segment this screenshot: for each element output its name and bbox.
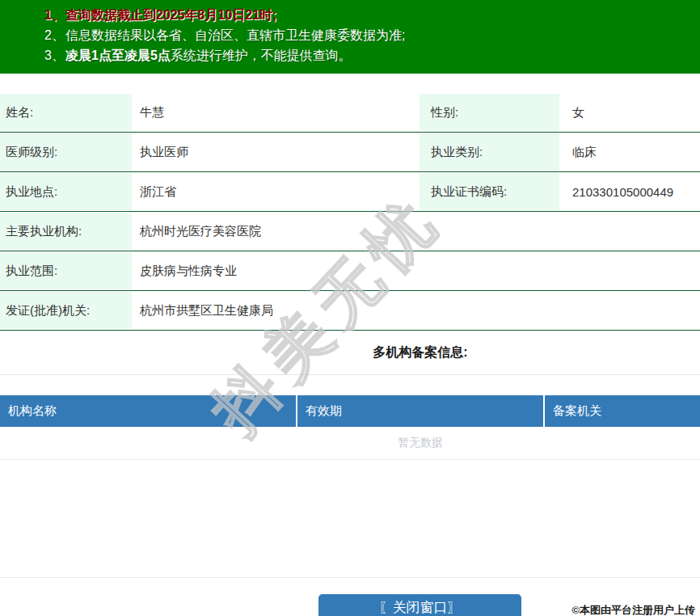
notice-1-prefix: 查询数据截止到	[65, 8, 156, 22]
field-value-practice-location: 浙江省	[132, 172, 420, 211]
notice-line-2: 2、信息数据结果以各省、自治区、直辖市卫生健康委数据为准;	[44, 25, 700, 45]
notice-3-text: 系统进行维护，不能提供查询。	[171, 49, 352, 62]
records-table-header: 机构名称 有效期 备案机关	[0, 395, 700, 427]
field-label-doctor-level: 医师级别:	[0, 133, 132, 171]
field-value-certificate-number: 210330105000449	[559, 172, 700, 211]
field-label-gender: 性别:	[420, 94, 559, 131]
field-label-name: 姓名:	[0, 94, 132, 131]
field-label-certificate-number: 执业证书编码:	[420, 173, 559, 210]
field-value-name: 牛慧	[132, 93, 420, 132]
query-result-page: 1、查询数据截止到2025年8月10日21时; 2、信息数据结果以各省、自治区、…	[0, 0, 700, 616]
column-header-institution-name: 机构名称	[0, 395, 296, 427]
field-value-issuing-authority: 杭州市拱墅区卫生健康局	[132, 291, 700, 330]
field-value-practice-category: 临床	[559, 133, 700, 171]
notice-line-1: 1、查询数据截止到2025年8月10日21时;	[44, 5, 700, 25]
multi-institution-section-header: 多机构备案信息:	[0, 331, 700, 375]
doctor-detail-table: 姓名: 牛慧 性别: 女 医师级别: 执业医师 执业类别: 临床 执业地点: 浙…	[0, 93, 700, 331]
field-value-practice-scope: 皮肤病与性病专业	[132, 251, 700, 290]
field-value-doctor-level: 执业医师	[132, 133, 420, 171]
field-value-main-institution: 杭州时光医疗美容医院	[132, 212, 700, 251]
notice-2-text: 信息数据结果以各省、自治区、直辖市卫生健康委数据为准;	[65, 28, 405, 42]
notice-number-3: 3、	[44, 45, 65, 65]
field-label-practice-scope: 执业范围:	[0, 252, 132, 289]
column-header-validity-period: 有效期	[297, 395, 543, 427]
notice-line-3: 3、凌晨1点至凌晨5点系统进行维护，不能提供查询。	[44, 45, 700, 65]
table-row: 执业地点: 浙江省 执业证书编码: 210330105000449	[0, 172, 700, 212]
records-empty-state: 暂无数据	[0, 427, 700, 460]
notice-banner: 1、查询数据截止到2025年8月10日21时; 2、信息数据结果以各省、自治区、…	[0, 0, 700, 74]
notice-1-suffix: ;	[272, 8, 276, 22]
field-value-gender: 女	[559, 93, 700, 132]
notice-number-1: 1、	[44, 5, 65, 25]
page-content: 1、查询数据截止到2025年8月10日21时; 2、信息数据结果以各省、自治区、…	[0, 0, 700, 460]
table-row: 主要执业机构: 杭州时光医疗美容医院	[0, 212, 700, 251]
notice-1-deadline: 2025年8月10日21时	[156, 8, 272, 22]
notice-3-maintenance-window: 凌晨1点至凌晨5点	[65, 49, 171, 62]
bottom-divider	[0, 577, 700, 578]
section-title: 多机构备案信息:	[373, 344, 467, 361]
field-label-practice-category: 执业类别:	[420, 133, 559, 171]
notice-number-2: 2、	[44, 25, 65, 45]
table-row: 执业范围: 皮肤病与性病专业	[0, 251, 700, 291]
field-label-practice-location: 执业地点:	[0, 173, 132, 210]
field-label-issuing-authority: 发证(批准)机关:	[0, 292, 132, 329]
table-row: 姓名: 牛慧 性别: 女	[0, 93, 700, 133]
column-header-record-authority: 备案机关	[545, 395, 700, 427]
close-window-button[interactable]: 〖关闭窗口〗	[318, 594, 521, 616]
table-row: 发证(批准)机关: 杭州市拱墅区卫生健康局	[0, 291, 700, 331]
field-label-main-institution: 主要执业机构:	[0, 213, 132, 250]
table-row: 医师级别: 执业医师 执业类别: 临床	[0, 133, 700, 172]
upload-credit-text: ©本图由平台注册用户上传	[571, 603, 695, 616]
